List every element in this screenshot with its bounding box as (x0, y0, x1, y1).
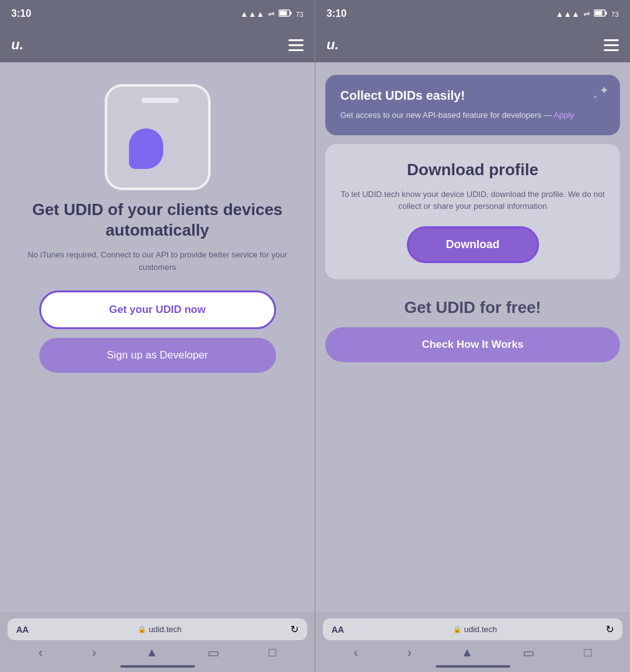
right-lock-icon: 🔒 (453, 625, 462, 633)
svg-rect-2 (290, 11, 292, 14)
right-tabs-icon[interactable]: □ (584, 645, 591, 660)
download-profile-card: Download profile To let UDID.tech know y… (325, 144, 620, 279)
right-phone-panel: 3:10 ▲▲▲ ⇌ 73 u. ✦ ✦ Collect UDIDs (315, 0, 630, 672)
sparkle-icon-2: ✦ (593, 94, 598, 100)
left-url-bar: AA 🔒 udid.tech ↻ (7, 618, 307, 640)
download-title: Download profile (407, 160, 538, 180)
left-home-indicator (120, 665, 195, 668)
left-browser-bar: AA 🔒 udid.tech ↻ ‹ › ▲ ▭ □ (0, 612, 315, 672)
right-url-bar: AA 🔒 udid.tech ↻ (323, 618, 623, 640)
right-status-icons: ▲▲▲ ⇌ 73 (556, 9, 619, 19)
left-time: 3:10 (11, 8, 31, 19)
collect-title: Collect UDIDs easily! (340, 89, 605, 103)
right-home-indicator (436, 665, 510, 668)
left-sub-text: No iTunes required. Connect to our API t… (15, 249, 300, 273)
right-aa-text[interactable]: AA (332, 625, 344, 635)
right-bookmarks-icon[interactable]: ▭ (523, 645, 535, 660)
right-url-area: 🔒 udid.tech (453, 625, 497, 634)
signup-developer-button[interactable]: Sign up as Developer (39, 338, 276, 373)
left-main-heading: Get UDID of your clients devices automat… (15, 199, 300, 240)
signal-icon: ▲▲▲ (241, 9, 265, 19)
right-battery-icon: 73 (594, 9, 619, 19)
phone-outline (105, 84, 211, 190)
left-hamburger-menu[interactable] (289, 39, 303, 51)
left-main-content: Get UDID of your clients devices automat… (0, 62, 315, 612)
right-browser-bar: AA 🔒 udid.tech ↻ ‹ › ▲ ▭ □ (315, 612, 630, 672)
right-status-bar: 3:10 ▲▲▲ ⇌ 73 (315, 0, 630, 27)
wifi-icon: ⇌ (268, 9, 275, 19)
phone-illustration (95, 81, 220, 193)
battery-icon: 73 (279, 9, 303, 19)
left-status-icons: ▲▲▲ ⇌ 73 (241, 9, 303, 19)
right-back-icon[interactable]: ‹ (354, 645, 358, 660)
download-desc: To let UDID.tech know your device UDID, … (340, 188, 605, 213)
left-back-icon[interactable]: ‹ (39, 645, 43, 660)
left-tabs-icon[interactable]: □ (269, 645, 276, 660)
left-url-text[interactable]: udid.tech (149, 625, 182, 634)
svg-rect-1 (280, 11, 287, 15)
right-hamburger-menu[interactable] (604, 39, 619, 51)
svg-rect-5 (606, 11, 608, 14)
right-main-content: ✦ ✦ Collect UDIDs easily! Get access to … (315, 62, 630, 612)
right-wifi-icon: ⇌ (583, 9, 590, 19)
left-refresh-icon[interactable]: ↻ (290, 623, 298, 635)
left-forward-icon[interactable]: › (92, 645, 97, 660)
free-section: Get UDID for free! Check How It Works (325, 292, 620, 362)
left-phone-panel: 3:10 ▲▲▲ ⇌ 73 u. (0, 0, 315, 672)
collect-desc: Get access to our new API-based feature … (340, 109, 605, 122)
right-url-text[interactable]: udid.tech (464, 625, 497, 634)
download-button[interactable]: Download (407, 226, 539, 263)
left-lock-icon: 🔒 (138, 625, 146, 633)
right-time: 3:10 (327, 8, 346, 19)
right-refresh-icon[interactable]: ↻ (606, 623, 614, 635)
right-share-icon[interactable]: ▲ (461, 645, 474, 660)
collect-udids-card: ✦ ✦ Collect UDIDs easily! Get access to … (325, 75, 620, 135)
apply-link[interactable]: Apply (554, 110, 575, 120)
left-aa-text[interactable]: AA (16, 625, 29, 635)
right-logo: u. (327, 37, 339, 53)
sparkle-icon-1: ✦ (599, 84, 609, 97)
get-udid-button[interactable]: Get your UDID now (39, 290, 276, 329)
purple-d-shape (129, 128, 163, 169)
free-heading: Get UDID for free! (325, 298, 620, 317)
check-how-it-works-button[interactable]: Check How It Works (325, 327, 620, 362)
left-share-icon[interactable]: ▲ (146, 645, 158, 660)
right-nav-bar: u. (315, 27, 630, 62)
left-bookmarks-icon[interactable]: ▭ (208, 645, 219, 660)
svg-rect-4 (595, 11, 603, 15)
right-forward-icon[interactable]: › (408, 645, 412, 660)
left-nav-bar: u. (0, 27, 315, 62)
left-logo: u. (11, 37, 24, 53)
left-url-area: 🔒 udid.tech (138, 625, 182, 634)
collect-desc-text: Get access to our new API-based feature … (340, 110, 554, 120)
left-status-bar: 3:10 ▲▲▲ ⇌ 73 (0, 0, 315, 27)
phone-notch (141, 98, 179, 103)
left-browser-nav: ‹ › ▲ ▭ □ (7, 644, 307, 661)
right-signal-icon: ▲▲▲ (556, 9, 580, 19)
right-browser-nav: ‹ › ▲ ▭ □ (323, 644, 623, 661)
